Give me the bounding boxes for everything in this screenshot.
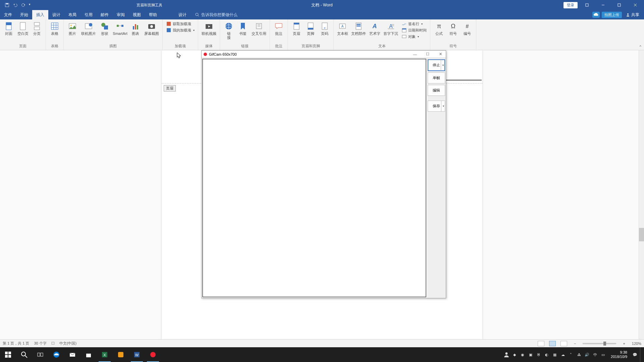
date-time-button[interactable]: 日期和时间 [400,27,428,33]
picture-button[interactable]: 图片 [66,21,79,36]
app-orange-button[interactable] [113,347,129,362]
login-button[interactable]: 登录 [564,2,578,8]
status-language[interactable]: 中文(中国) [59,341,76,346]
bookmark-button[interactable]: 书签 [236,21,250,36]
textbox-button[interactable]: A文本框 [336,21,349,36]
tab-contextual-design[interactable]: 设计 [173,10,192,19]
tray-icon[interactable]: ▦ [552,352,558,358]
tray-icon[interactable]: ▭ [600,352,606,358]
gifcam-stop-button[interactable]: 停止▾ [428,59,445,71]
smartart-button[interactable]: SmartArt [112,21,128,36]
shapes-button[interactable]: 形状 [98,21,111,36]
blank-page-button[interactable]: 空白页 [16,21,30,36]
quick-parts-button[interactable]: 文档部件 [350,21,367,36]
store-button[interactable] [80,347,97,362]
my-addins-button[interactable]: 我的加载项▾ [165,27,196,33]
equation-button[interactable]: π公式 [432,21,446,36]
header-button[interactable]: 页眉 [290,21,303,36]
tab-insert[interactable]: 插入 [32,10,48,19]
network-icon[interactable]: 🖧 [576,352,582,358]
minimize-icon[interactable] [596,0,610,10]
tab-design[interactable]: 设计 [48,10,64,19]
tray-icon[interactable]: ◐ [544,352,550,358]
search-button[interactable] [16,347,32,362]
screenshot-button[interactable]: 屏幕截图 [143,21,160,36]
tab-layout[interactable]: 布局 [64,10,80,19]
symbol-button[interactable]: Ω符号 [446,21,460,36]
zoom-knob[interactable] [603,342,606,346]
comment-button[interactable]: 批注 [272,21,285,36]
tab-help[interactable]: 帮助 [145,10,161,19]
gifcam-edit-button[interactable]: 编辑 [428,85,445,96]
redo-icon[interactable] [21,3,25,7]
tell-me[interactable]: 告诉我你想要做什么 [195,10,237,19]
ribbon-options-icon[interactable] [580,0,594,10]
tray-chevron-up-icon[interactable]: ˄ [568,352,574,358]
view-read-mode[interactable] [538,341,544,346]
gifcam-window[interactable]: GifCam 650x700 — ☐ ✕ 停止▾ 单帧 编辑 保存▾ [201,50,446,298]
close-icon[interactable] [629,0,642,10]
people-icon[interactable] [503,352,509,358]
get-addins-button[interactable]: 获取加载项 [165,21,196,27]
tab-home[interactable]: 开始 [16,10,32,19]
table-button[interactable]: 表格 [48,21,61,36]
tab-review[interactable]: 审阅 [113,10,129,19]
tab-file[interactable]: 文件 [0,10,16,19]
volume-icon[interactable]: 🔊 [584,352,590,358]
scroll-thumb[interactable] [639,228,644,241]
qat-more-icon[interactable]: ▾ [29,3,34,7]
gifcam-maximize-icon[interactable]: ☐ [422,52,433,56]
save-icon[interactable] [5,3,9,7]
view-web-layout[interactable] [560,341,567,346]
tray-icon[interactable]: ▣ [528,352,534,358]
page-break-button[interactable]: 分页 [30,21,44,36]
vertical-scrollbar[interactable] [639,50,644,351]
tab-mailings[interactable]: 邮件 [97,10,113,19]
online-video-button[interactable]: 联机视频 [200,21,218,36]
tray-shield-icon[interactable]: ⛨ [536,352,542,358]
share-button[interactable]: 共享 [626,12,639,18]
zoom-out-button[interactable]: − [572,342,578,346]
chart-button[interactable]: 图表 [129,21,142,36]
gifcam-taskbar-button[interactable] [145,347,161,362]
tab-view[interactable]: 视图 [129,10,145,19]
dropdown-icon[interactable]: ▾ [441,101,445,112]
cover-page-button[interactable]: 封面 [2,21,15,36]
zoom-level[interactable]: 120% [632,342,641,346]
signature-line-button[interactable]: 签名行▾ [400,21,428,27]
excel-button[interactable]: X [97,347,113,362]
link-button[interactable]: 链 接 [222,21,235,40]
task-view-button[interactable] [32,347,48,362]
gifcam-minimize-icon[interactable]: — [410,52,420,56]
footer-button[interactable]: 页脚 [304,21,317,36]
edge-button[interactable] [48,347,64,362]
view-print-layout[interactable] [549,341,556,346]
gifcam-capture-area[interactable] [202,59,426,297]
tray-icon[interactable]: ◆ [512,352,518,358]
gifcam-titlebar[interactable]: GifCam 650x700 — ☐ ✕ [202,51,446,58]
tab-references[interactable]: 引用 [80,10,97,19]
status-words[interactable]: 30 个字 [34,341,46,346]
mail-button[interactable] [64,347,80,362]
ime-indicator[interactable]: 中 [592,352,598,358]
status-proofing-icon[interactable]: ☐ [51,341,55,346]
status-page[interactable]: 第 1 页，共 1 页 [3,341,29,346]
start-button[interactable] [0,347,16,362]
tray-icon[interactable]: ☁ [560,352,566,358]
upload-button[interactable]: 拍照上传 [592,12,622,18]
page-number-button[interactable]: #页码 [318,21,331,36]
zoom-slider[interactable] [583,343,616,344]
number-button[interactable]: #编号 [461,21,474,36]
undo-icon[interactable] [13,3,17,7]
maximize-icon[interactable] [612,0,626,10]
dropcap-button[interactable]: A首字下沉 [382,21,399,36]
wordart-button[interactable]: A艺术字 [368,21,381,36]
gifcam-close-icon[interactable]: ✕ [435,52,446,56]
word-button[interactable]: W [129,347,145,362]
gifcam-save-button[interactable]: 保存▾ [428,101,445,112]
collapse-ribbon-icon[interactable]: ^ [640,45,641,49]
online-picture-button[interactable]: 联机图片 [80,21,97,36]
action-center-icon[interactable]: 💬 [632,352,638,358]
clock[interactable]: 9:38 2018/10/9 [608,350,630,359]
dropdown-icon[interactable]: ▾ [441,60,445,71]
